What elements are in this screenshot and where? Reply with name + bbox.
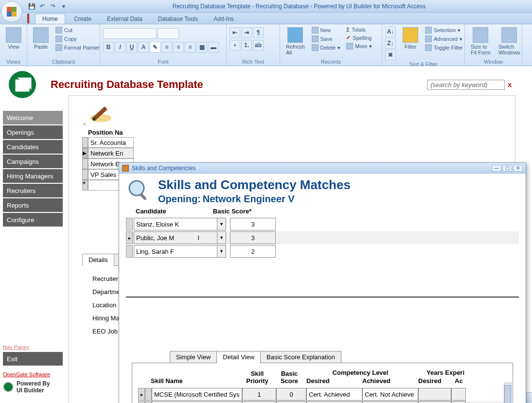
row-selector[interactable]: [126, 218, 133, 230]
position-cell[interactable]: Sr. Accounta: [88, 137, 134, 148]
row-selector[interactable]: [82, 169, 88, 180]
gridlines-button[interactable]: ▦: [196, 42, 207, 53]
advanced-button[interactable]: Advanced ▾: [423, 35, 465, 43]
candidate-combo[interactable]: Public, Joe MI▼: [134, 231, 226, 244]
comp-achieved-cell[interactable]: Cert. Not Achieve: [362, 388, 418, 401]
office-button[interactable]: [1, 1, 22, 22]
comp-desired-cell[interactable]: Cert. Achieved: [306, 388, 362, 401]
new-button[interactable]: New: [310, 26, 343, 34]
decrease-indent-button[interactable]: ⇤: [230, 27, 240, 38]
totals-button[interactable]: Σ Totals: [344, 26, 374, 33]
refresh-button[interactable]: Refresh All: [283, 26, 308, 56]
row-selector-active[interactable]: ▸: [126, 231, 133, 244]
nav-welcome[interactable]: Welcome: [3, 111, 63, 124]
nav-reports[interactable]: Reports: [3, 198, 63, 212]
row-selector[interactable]: [82, 137, 88, 148]
redo-icon[interactable]: ↷: [49, 2, 57, 11]
more-button[interactable]: More ▾: [344, 42, 374, 50]
highlight-button[interactable]: ✎: [150, 42, 160, 53]
chevron-down-icon[interactable]: ▼: [217, 232, 226, 244]
ribbon-tab-addins[interactable]: Add-Ins: [207, 14, 240, 24]
sort-desc-button[interactable]: Z↓: [385, 38, 396, 49]
view-button[interactable]: View: [3, 26, 24, 51]
cut-button[interactable]: Cut: [53, 26, 102, 34]
align-right-button[interactable]: ≡: [185, 42, 195, 53]
fontsize-select[interactable]: [158, 28, 179, 39]
ltr-button[interactable]: ¶: [253, 27, 264, 38]
sort-asc-button[interactable]: A↓: [385, 26, 396, 37]
tab-simple-view[interactable]: Simple View: [170, 351, 217, 363]
nav-hiring-managers[interactable]: Hiring Managers: [3, 169, 63, 183]
search-input[interactable]: [427, 80, 505, 90]
qat-dropdown-icon[interactable]: ▾: [59, 2, 68, 11]
filter-button[interactable]: Filter: [400, 26, 421, 51]
skill-name-cell[interactable]: Network Security Certification: [152, 401, 242, 403]
row-selector[interactable]: ▸: [82, 148, 88, 158]
undo-icon[interactable]: ↶: [38, 2, 47, 11]
spelling-button[interactable]: ✓ Spelling: [344, 34, 374, 41]
candidate-combo[interactable]: Stanz, Eloise K▼: [134, 218, 226, 230]
comp-desired-cell[interactable]: Cert. Achieved: [306, 401, 362, 403]
format-painter-button[interactable]: Format Painter: [53, 44, 102, 52]
selection-button[interactable]: Selection ▾: [423, 26, 465, 34]
clear-sort-button[interactable]: ✖: [385, 50, 396, 60]
save-record-button[interactable]: Save: [310, 35, 343, 43]
italic-button[interactable]: I: [115, 42, 125, 53]
scrollbar-thumb[interactable]: [504, 385, 511, 403]
candidate-combo[interactable]: Ling, Sarah F▼: [134, 245, 226, 258]
clear-search-icon[interactable]: x: [508, 81, 512, 88]
yrs-desired-cell[interactable]: [418, 401, 451, 403]
ribbon-tab-externaldata[interactable]: External Data: [100, 14, 149, 24]
row-selector[interactable]: [82, 158, 88, 169]
font-select[interactable]: [103, 28, 157, 39]
copy-button[interactable]: Copy: [53, 35, 102, 43]
ribbon-tab-create[interactable]: Create: [67, 14, 98, 24]
numbering-button[interactable]: 1.: [241, 40, 252, 51]
switch-windows-button[interactable]: Switch Windows: [496, 26, 523, 56]
comp-achieved-cell[interactable]: Cert. Achieved: [362, 401, 418, 403]
underline-button[interactable]: U: [126, 42, 137, 53]
paste-button[interactable]: Paste: [30, 26, 52, 51]
skill-name-cell[interactable]: MCSE (Microsoft Certified Sys: [152, 388, 242, 401]
ribbon-tab-databasetools[interactable]: Database Tools: [151, 14, 205, 24]
row-selector[interactable]: [126, 245, 133, 258]
nav-campaigns[interactable]: Campaigns: [3, 155, 63, 168]
maximize-button[interactable]: ▢: [502, 165, 512, 172]
opengate-link[interactable]: OpenGate Software: [0, 370, 64, 378]
nav-openings[interactable]: Openings: [3, 125, 63, 139]
fontcolor-button[interactable]: A: [138, 42, 149, 53]
increase-indent-button[interactable]: ⇥: [241, 27, 252, 38]
align-center-button[interactable]: ≡: [173, 42, 184, 53]
position-cell[interactable]: Network En: [88, 148, 134, 158]
yrs-achieved-cell[interactable]: [451, 388, 466, 401]
chevron-down-icon[interactable]: ▼: [217, 218, 226, 230]
tab-details[interactable]: Details: [82, 254, 114, 266]
bold-button[interactable]: B: [103, 42, 114, 53]
toggle-filter-button[interactable]: Toggle Filter: [423, 44, 465, 52]
close-button[interactable]: ✕: [513, 165, 523, 172]
nav-exit[interactable]: Exit: [3, 352, 63, 366]
bullets-button[interactable]: •: [230, 40, 240, 51]
minimize-button[interactable]: —: [492, 165, 501, 172]
row-selector-new[interactable]: *: [82, 180, 88, 191]
yrs-achieved-cell[interactable]: [451, 401, 466, 403]
save-icon[interactable]: 💾: [27, 2, 36, 11]
rtl-button[interactable]: ab: [253, 40, 264, 51]
nav-candidates[interactable]: Candidates: [3, 140, 63, 154]
ribbon-tab-home[interactable]: Home: [35, 14, 65, 24]
tab-basic-score-explanation[interactable]: Basic Score Explanation: [260, 351, 341, 363]
vertical-scrollbar[interactable]: [504, 383, 512, 403]
nav-recruiters[interactable]: Recruiters: [3, 184, 63, 197]
fillcolor-button[interactable]: ▬: [208, 42, 219, 53]
yrs-desired-cell[interactable]: [418, 388, 451, 401]
delete-button[interactable]: Delete ▾: [310, 44, 343, 52]
fit-form-button[interactable]: Size to Fit Form: [468, 26, 494, 56]
collapse-indicator[interactable]: <: [82, 121, 507, 127]
row-selector[interactable]: [138, 401, 145, 403]
align-left-button[interactable]: ≡: [161, 42, 172, 53]
chevron-down-icon[interactable]: ▼: [217, 245, 226, 257]
nav-configure[interactable]: Configure: [3, 213, 63, 227]
nav-pane-toggle[interactable]: Nav Pane<: [0, 343, 64, 351]
row-selector[interactable]: ▸: [138, 388, 145, 401]
tab-detail-view[interactable]: Detail View: [216, 351, 261, 363]
